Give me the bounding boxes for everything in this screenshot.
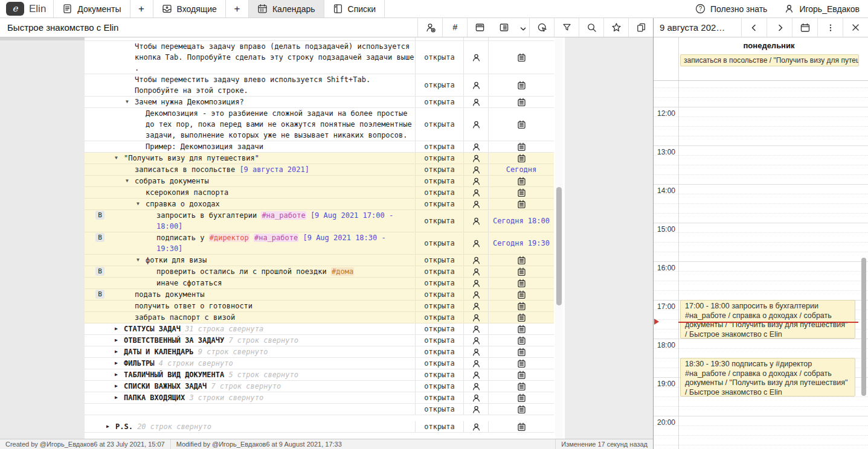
date-cell[interactable]: [488, 323, 554, 334]
status-cell[interactable]: открыта: [415, 187, 463, 198]
assignee-cell[interactable]: [463, 312, 488, 323]
month-button[interactable]: [792, 18, 817, 37]
date-cell[interactable]: [488, 312, 554, 323]
assignee-cell[interactable]: [463, 392, 488, 403]
assignee-cell[interactable]: [463, 187, 488, 198]
doc-row[interactable]: забрать паспорт с визойоткрыта: [85, 312, 554, 323]
date-cell[interactable]: Сегодня 18:00: [488, 210, 554, 232]
important-badge[interactable]: В: [95, 290, 104, 299]
doc-row-text[interactable]: получить ответ о готовности: [85, 301, 415, 311]
important-badge[interactable]: В: [95, 267, 104, 276]
document-title[interactable]: Быстрое знакомство с Elin: [0, 18, 417, 37]
new-document-button[interactable]: +: [130, 0, 153, 18]
assignee-cell[interactable]: [463, 210, 488, 232]
doc-row[interactable]: иначе сфотатьсяоткрыта: [85, 278, 554, 289]
status-cell[interactable]: открыта: [415, 404, 463, 415]
doc-row-text[interactable]: ▶СТАТУСЫ ЗАДАЧ 31 строка свернута: [85, 323, 415, 334]
date-cell[interactable]: [488, 404, 554, 415]
assignee-cell[interactable]: [463, 278, 488, 288]
calendar-event[interactable]: 17:00 - 18:00 запросить в бухгалтерии #н…: [680, 300, 855, 339]
calendar-date-title[interactable]: 9 августа 202…: [654, 18, 741, 37]
status-cell[interactable]: открыта: [415, 421, 463, 432]
goto-button[interactable]: [530, 18, 554, 37]
view-list-button[interactable]: [492, 18, 516, 37]
doc-row[interactable]: Вподать документыоткрыта: [85, 289, 554, 301]
collapse-arrow-icon[interactable]: ▼: [137, 199, 140, 209]
status-cell[interactable]: открыта: [415, 141, 463, 152]
date-cell[interactable]: [488, 358, 554, 369]
status-cell[interactable]: открыта: [415, 335, 463, 346]
doc-row[interactable]: ▶ФИЛЬТРЫ 4 строки свернутооткрыта: [85, 358, 554, 369]
doc-row-text[interactable]: ▼собрать документы: [85, 176, 415, 186]
doc-row[interactable]: открыта: [85, 404, 554, 415]
status-cell[interactable]: открыта: [415, 289, 463, 300]
date-cell[interactable]: [488, 369, 554, 380]
chevron-right-button[interactable]: [767, 18, 792, 37]
doc-row-text[interactable]: ▼"Получить визу для путешествия": [85, 153, 415, 164]
status-cell[interactable]: открыта: [415, 97, 463, 107]
expand-arrow-icon[interactable]: ▶: [115, 392, 118, 403]
doc-row-text[interactable]: [85, 404, 415, 415]
assignee-cell[interactable]: [463, 346, 488, 357]
assignee-cell[interactable]: [463, 301, 488, 311]
doc-row-text[interactable]: ▶P.S. 20 строк свернуто: [85, 421, 415, 432]
status-cell[interactable]: открыта: [415, 108, 463, 141]
doc-row[interactable]: записаться в посольстве [9 августа 2021]…: [85, 164, 554, 176]
chevron-left-button[interactable]: [741, 18, 767, 37]
new-inbox-button[interactable]: +: [225, 0, 248, 18]
date-cell[interactable]: Сегодня: [488, 164, 554, 175]
status-cell[interactable]: открыта: [415, 266, 463, 277]
status-cell[interactable]: открыта: [415, 301, 463, 311]
date-cell[interactable]: [488, 278, 554, 288]
assignee-cell[interactable]: [463, 369, 488, 380]
assignee-cell[interactable]: [463, 108, 488, 141]
view-top-button[interactable]: [468, 18, 492, 37]
assignee-cell[interactable]: [463, 404, 488, 415]
doc-row-text[interactable]: Вподать документы: [85, 289, 415, 300]
doc-row-text[interactable]: ▼Зачем нужна Декомпозиция?: [85, 97, 415, 107]
doc-row-text[interactable]: ▶ТАБЛИЧНЫЙ ВИД ДОКУМЕНТА 5 строк свернут…: [85, 369, 415, 380]
date-cell[interactable]: Сегодня 19:30: [488, 232, 554, 254]
status-cell[interactable]: открыта: [415, 381, 463, 392]
date-cell[interactable]: [488, 289, 554, 300]
status-cell[interactable]: открыта: [415, 358, 463, 369]
doc-row[interactable]: ▶ОТВЕТСТВЕННЫЙ ЗА ЗАДАЧУ 7 строк свернут…: [85, 335, 554, 346]
doc-row-text[interactable]: записаться в посольстве [9 августа 2021]: [85, 164, 415, 175]
date-cell[interactable]: [488, 301, 554, 311]
assignee-cell[interactable]: [463, 141, 488, 152]
doc-row[interactable]: ▶ПАПКА ВХОДЯЩИХ 3 строки свернутооткрыта: [85, 392, 554, 404]
user-menu-button[interactable]: Игорь_Евдаков: [776, 0, 868, 18]
status-cell[interactable]: открыта: [415, 369, 463, 380]
date-cell[interactable]: [488, 41, 554, 74]
status-cell[interactable]: открыта: [415, 210, 463, 232]
date-cell[interactable]: [488, 381, 554, 392]
status-cell[interactable]: открыта: [415, 74, 463, 96]
assignee-cell[interactable]: [463, 358, 488, 369]
date-cell[interactable]: [488, 108, 554, 141]
kebab-button[interactable]: [817, 18, 843, 37]
date-cell[interactable]: [488, 266, 554, 277]
tab-calendar[interactable]: Календарь: [248, 0, 324, 18]
doc-row-text[interactable]: Взапросить в бухгалтерии #на_работе [9 A…: [85, 210, 415, 232]
important-badge[interactable]: В: [95, 233, 104, 242]
doc-row-text[interactable]: ▶ДАТЫ И КАЛЕНДАРЬ 9 строк свернуто: [85, 346, 415, 357]
close-button[interactable]: [843, 18, 868, 37]
assignee-cell[interactable]: [463, 176, 488, 186]
status-cell[interactable]: открыта: [415, 232, 463, 254]
status-cell[interactable]: открыта: [415, 323, 463, 334]
doc-row[interactable]: Впроверить остались ли с прошлой поездки…: [85, 266, 554, 278]
search-button[interactable]: [579, 18, 603, 37]
assignee-cell[interactable]: [463, 421, 488, 432]
filter-button[interactable]: [555, 18, 579, 37]
assignee-cell[interactable]: [463, 41, 488, 74]
assignee-cell[interactable]: [463, 232, 488, 254]
assignee-cell[interactable]: [463, 255, 488, 266]
date-cell[interactable]: [488, 74, 554, 96]
date-cell[interactable]: [488, 335, 554, 346]
expand-arrow-icon[interactable]: ▶: [106, 421, 109, 432]
doc-row-text[interactable]: ▶ОТВЕТСТВЕННЫЙ ЗА ЗАДАЧУ 7 строк свернут…: [85, 335, 415, 346]
doc-row-text[interactable]: ▼справка о доходах: [85, 199, 415, 209]
doc-row[interactable]: ▼собрать документыоткрыта: [85, 176, 554, 187]
hash-button[interactable]: #: [443, 18, 467, 37]
expand-arrow-icon[interactable]: ▶: [115, 335, 118, 346]
